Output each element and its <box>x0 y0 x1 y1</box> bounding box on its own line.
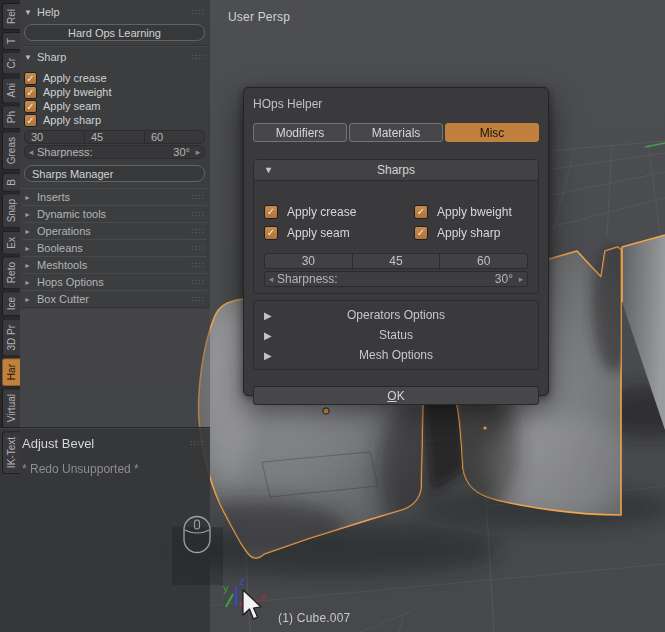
adjust-bevel-panel-header[interactable]: ▼ Adjust Bevel :::: <box>6 434 204 452</box>
apply-seam-checkbox-row[interactable]: ✓ Apply seam <box>24 99 205 113</box>
sharp-panel-header[interactable]: ▼ Sharp :::: <box>22 49 207 65</box>
sharpness-slider[interactable]: ◂ Sharpness: 30° ▸ <box>264 271 528 287</box>
panel-grip-handle[interactable]: :::: <box>191 53 205 61</box>
checkbox-checked-icon[interactable]: ✓ <box>264 205 278 219</box>
checkbox-checked-icon[interactable]: ✓ <box>24 86 37 99</box>
checkbox-checked-icon[interactable]: ✓ <box>264 226 278 240</box>
preset-45-button[interactable]: 45 <box>352 253 441 269</box>
row-label: Status <box>379 328 413 342</box>
shelf-tab-virtual[interactable]: Virtual <box>2 388 20 428</box>
popup-tab-bar: Modifiers Materials Misc <box>253 123 539 142</box>
preset-60-button[interactable]: 60 <box>144 130 205 144</box>
row-closed-icon: ▶ <box>264 310 272 321</box>
preset-30-button[interactable]: 30 <box>264 253 353 269</box>
shelf-tab-ice[interactable]: Ice <box>2 291 20 316</box>
panel-open-icon: ▼ <box>264 165 273 175</box>
checkbox-checked-icon[interactable]: ✓ <box>24 114 37 127</box>
checkbox-checked-icon[interactable]: ✓ <box>24 72 37 85</box>
axis-z-label: z <box>239 575 245 587</box>
apply-crease-checkbox-row[interactable]: ✓ Apply crease <box>24 71 205 85</box>
mesh-options-row[interactable]: ▶ Mesh Options <box>254 345 538 365</box>
shelf-tab-ex[interactable]: Ex <box>2 231 20 255</box>
panel-closed-icon: ► <box>24 245 37 252</box>
panel-closed-icon: ► <box>24 279 37 286</box>
checkbox-label: Apply crease <box>287 205 356 219</box>
tab-misc-active[interactable]: Misc <box>445 123 539 142</box>
checkbox-label: Apply bweight <box>437 205 512 219</box>
shelf-tab-rel[interactable]: Rel <box>2 3 20 30</box>
shelf-tab-greas[interactable]: Greas <box>2 131 20 170</box>
tab-modifiers[interactable]: Modifiers <box>253 123 347 142</box>
slider-value: 30° <box>173 146 192 158</box>
panel-booleans[interactable]: ► Booleans :::: <box>22 239 207 256</box>
slider-left-arrow-icon[interactable]: ◂ <box>25 147 37 157</box>
panel-grip-handle[interactable]: :::: <box>191 244 205 252</box>
apply-seam-checkbox-row[interactable]: ✓ Apply seam <box>264 223 414 242</box>
sharps-manager-button[interactable]: Sharps Manager <box>24 165 205 182</box>
panel-grip-handle[interactable]: :::: <box>191 261 205 269</box>
sharpness-preset-group: 30 45 60 <box>24 130 205 144</box>
panel-grip-handle[interactable]: :::: <box>191 210 205 218</box>
panel-box-cutter[interactable]: ► Box Cutter :::: <box>22 290 207 307</box>
panel-operations[interactable]: ► Operations :::: <box>22 222 207 239</box>
panel-open-icon: ▼ <box>24 8 37 17</box>
slider-value: 30° <box>495 272 515 286</box>
sharps-section-header[interactable]: ▼ Sharps <box>254 160 538 181</box>
checkbox-checked-icon[interactable]: ✓ <box>24 100 37 113</box>
checkbox-checked-icon[interactable]: ✓ <box>414 226 428 240</box>
apply-bweight-checkbox-row[interactable]: ✓ Apply bweight <box>24 85 205 99</box>
preset-60-button[interactable]: 60 <box>439 253 528 269</box>
shelf-tab-ph[interactable]: Ph <box>2 105 20 129</box>
panel-closed-icon: ► <box>24 296 37 303</box>
shelf-tab-ani[interactable]: Ani <box>2 77 20 103</box>
shelf-tab-iktext[interactable]: IK-Text <box>2 431 20 474</box>
panel-title: Dynamic tools <box>37 208 191 220</box>
shelf-tab-b[interactable]: B <box>2 173 20 192</box>
operators-options-row[interactable]: ▶ Operators Options <box>254 305 538 325</box>
blender-window: z y x User Persp (1) Cube.007 Rel T Cr A… <box>0 0 665 632</box>
status-row[interactable]: ▶ Status <box>254 325 538 345</box>
help-panel-title: Help <box>37 6 191 18</box>
panel-grip-handle[interactable]: :::: <box>191 295 205 303</box>
hard-ops-learning-button[interactable]: Hard Ops Learning <box>24 24 205 41</box>
slider-right-arrow-icon[interactable]: ▸ <box>192 147 204 157</box>
apply-sharp-checkbox-row[interactable]: ✓ Apply sharp <box>414 223 528 242</box>
preset-30-button[interactable]: 30 <box>24 130 85 144</box>
shelf-tab-cr[interactable]: Cr <box>2 52 20 75</box>
apply-crease-checkbox-row[interactable]: ✓ Apply crease <box>264 202 414 221</box>
panel-dynamic-tools[interactable]: ► Dynamic tools :::: <box>22 205 207 222</box>
slider-right-arrow-icon[interactable]: ▸ <box>515 274 527 284</box>
apply-bweight-checkbox-row[interactable]: ✓ Apply bweight <box>414 202 528 221</box>
panel-grip-handle[interactable]: :::: <box>191 8 205 16</box>
help-panel-header[interactable]: ▼ Help :::: <box>22 4 207 20</box>
panel-inserts[interactable]: ► Inserts :::: <box>22 188 207 205</box>
panel-closed-icon: ► <box>24 262 37 269</box>
panel-grip-handle[interactable]: :::: <box>190 439 204 447</box>
object-origin-dot <box>323 408 329 414</box>
shelf-tab-har-active[interactable]: Har <box>2 358 20 386</box>
panel-meshtools[interactable]: ► Meshtools :::: <box>22 256 207 273</box>
shelf-tab-t[interactable]: T <box>2 32 20 50</box>
panel-grip-handle[interactable]: :::: <box>191 227 205 235</box>
panel-grip-handle[interactable]: :::: <box>191 278 205 286</box>
sharps-checkbox-grid: ✓ Apply crease ✓ Apply bweight ✓ Apply s… <box>264 202 528 242</box>
shelf-tab-3dpr[interactable]: 3D Pr <box>2 319 20 357</box>
checkbox-checked-icon[interactable]: ✓ <box>414 205 428 219</box>
slider-left-arrow-icon[interactable]: ◂ <box>265 274 277 284</box>
panel-hops-options[interactable]: ► Hops Options :::: <box>22 273 207 290</box>
preset-45-button[interactable]: 45 <box>84 130 145 144</box>
apply-sharp-checkbox-row[interactable]: ✓ Apply sharp <box>24 113 205 127</box>
sharpness-slider[interactable]: ◂ Sharpness: 30° ▸ <box>24 145 205 159</box>
panel-title: Booleans <box>37 242 191 254</box>
checkbox-label: Apply seam <box>287 226 350 240</box>
tab-materials[interactable]: Materials <box>349 123 443 142</box>
tool-shelf: ▼ Help :::: Hard Ops Learning ▼ Sharp ::… <box>20 0 210 309</box>
checkbox-label: Apply bweight <box>43 86 112 98</box>
slider-label: Sharpness: <box>277 272 495 286</box>
panel-grip-handle[interactable]: :::: <box>191 193 205 201</box>
slider-label: Sharpness: <box>37 146 173 158</box>
panel-title: Meshtools <box>37 259 191 271</box>
shelf-tab-snap[interactable]: Snap <box>2 193 20 228</box>
ok-button[interactable]: OK <box>253 386 539 405</box>
shelf-tab-reto[interactable]: Reto <box>2 256 20 289</box>
